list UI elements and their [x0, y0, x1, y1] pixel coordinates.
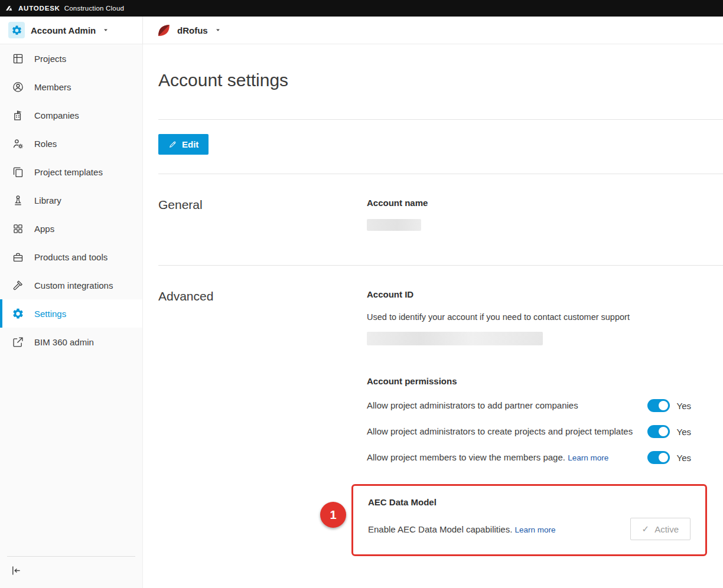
- projects-icon: [12, 53, 24, 65]
- aec-data-model-heading: AEC Data Model: [368, 497, 691, 507]
- sidebar-item-label: Project templates: [34, 167, 103, 177]
- toggle-switch[interactable]: [647, 425, 670, 438]
- library-icon: [12, 194, 24, 207]
- drofus-logo-icon: [157, 23, 171, 38]
- general-section-heading: General: [158, 198, 367, 231]
- permission-text-label: Allow project administrators to create p…: [367, 426, 633, 436]
- companies-icon: [12, 109, 24, 122]
- sidebar-item-settings[interactable]: Settings: [0, 299, 142, 328]
- chevron-down-icon: [103, 27, 109, 33]
- account-selector[interactable]: dRofus: [143, 23, 221, 38]
- sidebar-item-label: Library: [34, 195, 61, 205]
- toggle-value-label: Yes: [677, 401, 691, 411]
- main-content: Account settings Edit General Account na…: [143, 44, 723, 588]
- active-button-label: Active: [654, 524, 679, 534]
- edit-button-label: Edit: [182, 139, 198, 149]
- learn-more-link[interactable]: Learn more: [514, 525, 555, 534]
- sidebar-item-project-templates[interactable]: Project templates: [0, 158, 142, 186]
- autodesk-top-bar: AUTODESK Construction Cloud: [0, 0, 723, 17]
- edit-button[interactable]: Edit: [158, 134, 209, 155]
- toggle-knob: [659, 453, 668, 462]
- toggle-value-label: Yes: [677, 453, 691, 463]
- bim360-admin-external-link-icon: [12, 336, 24, 348]
- sidebar-item-label: Projects: [34, 54, 66, 64]
- sidebar-item-label: BIM 360 admin: [34, 337, 94, 347]
- permission-text: Allow project administrators to add part…: [367, 399, 578, 412]
- app-header: Account Admin dRofus: [0, 17, 723, 44]
- project-templates-icon: [12, 166, 24, 178]
- toggle-knob: [659, 427, 668, 436]
- sidebar-item-projects[interactable]: Projects: [0, 44, 142, 73]
- sidebar-nav: Projects Members Companies Roles: [0, 44, 143, 588]
- toggle-value-label: Yes: [677, 427, 691, 437]
- learn-more-link[interactable]: Learn more: [568, 453, 608, 462]
- products-and-tools-icon: [12, 251, 24, 263]
- roles-icon: [12, 138, 24, 150]
- sidebar-item-products-and-tools[interactable]: Products and tools: [0, 243, 142, 271]
- chevron-down-icon: [215, 27, 221, 33]
- sidebar-item-label: Roles: [34, 139, 57, 149]
- account-id-value-redacted: [367, 332, 543, 345]
- account-name-label: Account name: [367, 198, 723, 208]
- account-selector-label: dRofus: [177, 25, 208, 35]
- active-status-button[interactable]: ✓ Active: [630, 518, 691, 540]
- collapse-sidebar-icon[interactable]: [10, 564, 22, 577]
- permission-control: Yes: [647, 425, 691, 438]
- annotation-highlight-box: 1 AEC Data Model Enable AEC Data Model c…: [351, 484, 707, 556]
- sidebar-item-members[interactable]: Members: [0, 73, 142, 101]
- sidebar-footer: [7, 556, 135, 588]
- sidebar-item-label: Products and tools: [34, 252, 108, 262]
- autodesk-brand-text: AUTODESK: [18, 5, 60, 12]
- members-icon: [12, 81, 24, 93]
- permission-control: Yes: [647, 451, 691, 464]
- settings-icon: [12, 308, 24, 320]
- account-name-value-redacted: [367, 219, 421, 231]
- permission-row-view-members: Allow project members to view the member…: [367, 451, 723, 464]
- general-section: General Account name: [158, 174, 723, 231]
- sidebar-item-label: Custom integrations: [34, 280, 113, 290]
- account-admin-module-selector[interactable]: Account Admin: [0, 17, 143, 44]
- sidebar-item-label: Members: [34, 82, 71, 92]
- sidebar-item-library[interactable]: Library: [0, 186, 142, 214]
- construction-cloud-text: Construction Cloud: [64, 5, 124, 12]
- permission-row-create-projects: Allow project administrators to create p…: [367, 425, 723, 438]
- divider: [158, 119, 723, 120]
- custom-integrations-icon: [12, 279, 24, 292]
- permission-text: Allow project administrators to create p…: [367, 425, 633, 438]
- apps-icon: [12, 223, 24, 235]
- sidebar-item-roles[interactable]: Roles: [0, 129, 142, 158]
- permission-row-partner-companies: Allow project administrators to add part…: [367, 399, 723, 412]
- sidebar-item-apps[interactable]: Apps: [0, 214, 142, 243]
- toggle-knob: [659, 401, 668, 410]
- pencil-icon: [168, 140, 177, 149]
- toggle-switch[interactable]: [647, 451, 670, 464]
- permission-control: Yes: [647, 399, 691, 412]
- sidebar-item-companies[interactable]: Companies: [0, 101, 142, 129]
- account-id-description: Used to identify your account if you nee…: [367, 312, 723, 322]
- permission-text-label: Allow project administrators to add part…: [367, 400, 578, 410]
- sidebar-item-label: Apps: [34, 224, 54, 234]
- account-admin-gear-icon: [8, 22, 25, 38]
- sidebar-item-custom-integrations[interactable]: Custom integrations: [0, 271, 142, 299]
- page-title: Account settings: [158, 69, 723, 91]
- sidebar-item-bim360-admin[interactable]: BIM 360 admin: [0, 328, 142, 356]
- sidebar-item-label: Settings: [34, 309, 66, 319]
- advanced-section: Advanced Account ID Used to identify you…: [158, 266, 723, 556]
- toggle-switch[interactable]: [647, 399, 670, 412]
- permission-text-label: Allow project members to view the member…: [367, 452, 565, 462]
- app-shell: AUTODESK Construction Cloud Account Admi…: [0, 0, 723, 588]
- sidebar-item-label: Companies: [34, 110, 79, 120]
- autodesk-logo-icon: [6, 5, 14, 12]
- module-label: Account Admin: [31, 25, 96, 35]
- permission-text: Allow project members to view the member…: [367, 451, 608, 464]
- annotation-number-badge: 1: [320, 502, 346, 528]
- check-icon: ✓: [642, 524, 650, 534]
- account-permissions-heading: Account permissions: [367, 376, 723, 386]
- account-id-label: Account ID: [367, 289, 723, 299]
- aec-data-model-description: Enable AEC Data Model capabilities. Lear…: [368, 524, 556, 534]
- aec-description-label: Enable AEC Data Model capabilities.: [368, 524, 512, 534]
